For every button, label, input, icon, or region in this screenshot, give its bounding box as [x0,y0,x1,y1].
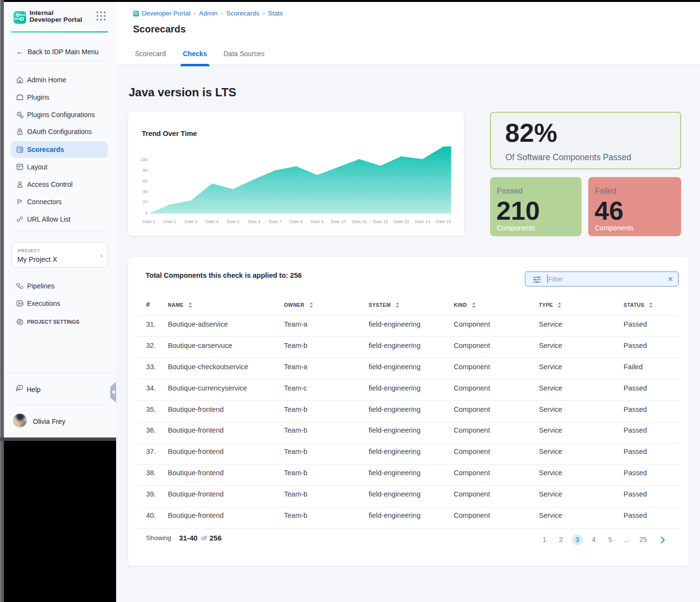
svg-text:0: 0 [145,211,148,215]
svg-text:Date 9: Date 9 [311,219,324,224]
svg-text:Date 10: Date 10 [330,219,346,224]
svg-text:Date 5: Date 5 [226,219,239,224]
svg-text:100: 100 [140,157,148,162]
svg-text:80: 80 [143,168,148,173]
svg-text:Date 7: Date 7 [268,219,282,224]
svg-text:Date 3: Date 3 [184,219,197,224]
svg-text:Date 14: Date 14 [415,219,430,224]
svg-text:Date 1: Date 1 [142,219,155,224]
svg-text:Date 6: Date 6 [248,219,261,224]
svg-text:Date 4: Date 4 [206,219,219,224]
svg-text:20: 20 [143,199,148,204]
svg-text:Date 2: Date 2 [164,219,177,224]
svg-text:Date 12: Date 12 [372,219,388,224]
svg-text:60: 60 [143,179,148,183]
svg-text:Date 11: Date 11 [352,219,367,224]
svg-text:Date 8: Date 8 [290,219,303,224]
svg-text:40: 40 [143,189,148,194]
svg-text:Date 15: Date 15 [436,219,451,224]
svg-text:Date 13: Date 13 [394,219,409,224]
